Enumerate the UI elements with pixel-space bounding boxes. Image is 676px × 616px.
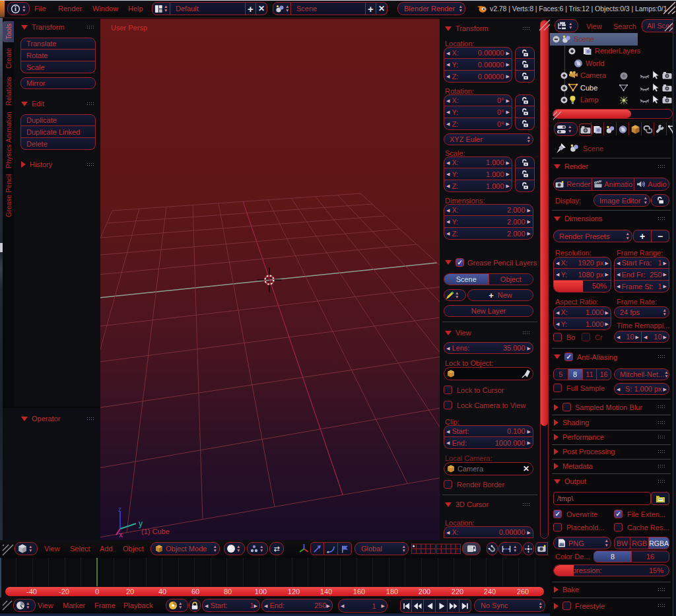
svg-text:z: z (118, 508, 121, 513)
svg-text:x: x (119, 530, 123, 539)
svg-text:y: y (139, 519, 143, 528)
